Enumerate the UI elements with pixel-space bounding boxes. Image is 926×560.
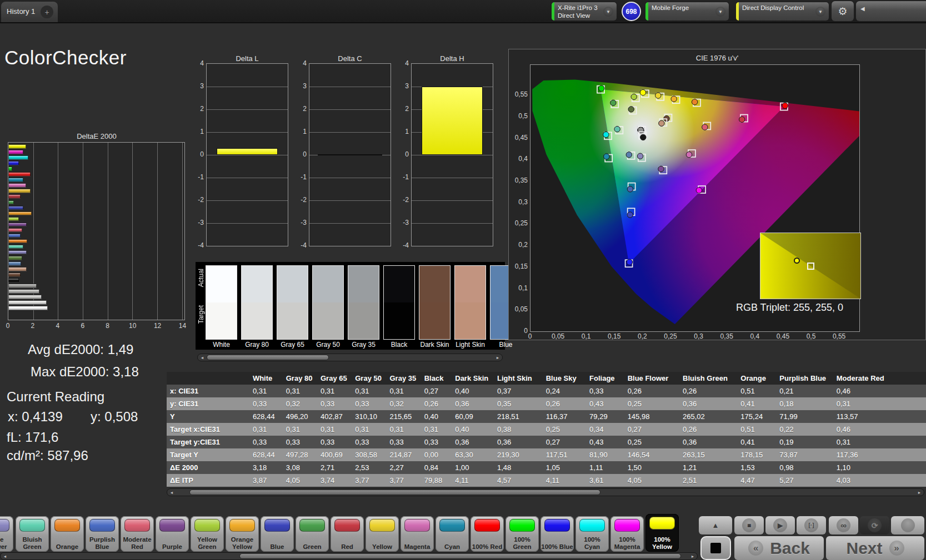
control-dropdown[interactable]: Direct Display Control ▼ xyxy=(736,2,829,21)
scroll-left-icon[interactable]: ◄ xyxy=(198,355,206,360)
table-cell: 146,54 xyxy=(624,448,679,461)
patch-button-orange-yellow[interactable]: Orange Yellow xyxy=(226,516,259,552)
table-cell: 3,87 xyxy=(249,474,283,487)
scroll-right-icon[interactable]: ► xyxy=(494,355,502,360)
gridline xyxy=(207,109,288,110)
table-cell: 0,31 xyxy=(421,423,452,436)
measurement-count-badge[interactable]: 698 xyxy=(622,2,641,21)
table-cell: 145,98 xyxy=(624,410,679,423)
gridline xyxy=(108,143,108,320)
scroll-right-icon[interactable]: ► xyxy=(915,490,923,495)
table-cell: 0,35 xyxy=(494,397,543,410)
source-dropdown[interactable]: Mobile Forge ▼ xyxy=(645,2,729,21)
colorchecker-table: WhiteGray 80Gray 65Gray 50Gray 35BlackDa… xyxy=(167,372,926,487)
stop-measurement-button[interactable] xyxy=(700,536,731,560)
swatch-label: Blue xyxy=(490,341,522,349)
axis-tick-label: -4 xyxy=(294,241,307,249)
table-cell: 3,74 xyxy=(317,474,352,487)
table-cell: 263,15 xyxy=(679,448,737,461)
patch-button-purplish-blue[interactable]: Purplish Blue xyxy=(86,516,119,552)
single-measure-icon: [·] xyxy=(804,518,818,532)
patch-button-purple[interactable]: Purple xyxy=(156,516,189,552)
patch-button-100-blue[interactable]: 100% Blue xyxy=(540,516,574,552)
top-bar: History 1 + X-Rite i1Pro 3Direct View ▼ … xyxy=(0,0,926,23)
column-header: White xyxy=(249,372,283,385)
patch-row-scrollbar-thumb[interactable] xyxy=(239,553,681,559)
column-header: Purplish Blue xyxy=(776,372,833,385)
table-cell: 215,65 xyxy=(386,410,421,423)
patch-button-100-yellow[interactable]: 100% Yellow xyxy=(645,514,679,552)
axis-tick-label: 0,05 xyxy=(509,305,528,313)
scroll-right-icon[interactable]: ► xyxy=(689,553,697,559)
next-button[interactable]: Next » xyxy=(826,536,924,560)
table-scrollbar-thumb[interactable] xyxy=(189,490,600,495)
column-header: Orange xyxy=(737,372,776,385)
app-window: History 1 + X-Rite i1Pro 3Direct View ▼ … xyxy=(0,0,926,560)
tab-history-1[interactable]: History 1 + xyxy=(1,2,58,22)
patch-color-swatch xyxy=(159,519,185,532)
delta-bar xyxy=(217,148,278,155)
patch-button-orange[interactable]: Orange xyxy=(51,516,84,552)
axis-tick-label: 0,25 xyxy=(664,332,677,340)
patch-button-yellow-green[interactable]: Yellow Green xyxy=(191,516,224,552)
next-label: Next xyxy=(846,539,882,558)
axis-tick-label: 0,55 xyxy=(833,332,845,340)
collapse-panel-button[interactable]: ◀ xyxy=(856,1,926,21)
table-cell: 0,26 xyxy=(421,397,452,410)
table-cell: 2,71 xyxy=(317,461,352,474)
patch-button-label: Red xyxy=(341,543,353,551)
patch-button-100-magenta[interactable]: 100% Magenta xyxy=(610,516,644,552)
play-button[interactable]: ▶ xyxy=(765,516,795,534)
patch-button-cyan[interactable]: Cyan xyxy=(436,516,469,552)
table-row: ΔE ITP3,874,053,743,773,7779,884,114,574… xyxy=(167,474,926,487)
table-cell: 628,44 xyxy=(249,448,283,461)
scroll-left-icon[interactable]: ◄ xyxy=(1,553,9,559)
table-cell: 4,03 xyxy=(833,474,926,487)
table-cell: 0,41 xyxy=(737,397,776,410)
swatch-scrollbar[interactable]: ◄ ► xyxy=(197,354,503,361)
patch-button-100-red[interactable]: 100% Red xyxy=(470,516,504,552)
deltae-bar xyxy=(8,161,19,165)
patch-button-blue-flower[interactable]: Blue Flower xyxy=(0,516,13,552)
patch-row-scrollbar[interactable]: ◄ ► xyxy=(0,552,698,560)
patch-button-green[interactable]: Green xyxy=(296,516,329,552)
patch-button-bluish-green[interactable]: Bluish Green xyxy=(16,516,49,552)
patch-button-blue[interactable]: Blue xyxy=(261,516,294,552)
table-scrollbar[interactable]: ◄ ► xyxy=(167,488,924,496)
table-cell: 0,26 xyxy=(543,397,586,410)
add-tab-button[interactable]: + xyxy=(41,6,53,18)
table-cell: 0,32 xyxy=(283,397,317,410)
table-cell: 1,05 xyxy=(543,461,586,474)
record-button[interactable] xyxy=(891,516,924,534)
measured-marker xyxy=(610,100,616,105)
back-button[interactable]: « Back xyxy=(734,536,824,560)
table-cell: 0,24 xyxy=(543,385,586,397)
single-measure-button[interactable]: [·] xyxy=(797,516,826,534)
continuous-measure-button[interactable]: ∞ xyxy=(829,516,858,534)
patch-button-yellow[interactable]: Yellow xyxy=(366,516,399,552)
swatch-white xyxy=(206,265,237,340)
deltae2000-x-axis: 02468101214 xyxy=(8,322,185,330)
refresh-button[interactable]: ⟳ xyxy=(860,516,889,534)
patch-button-100-cyan[interactable]: 100% Cyan xyxy=(575,516,609,552)
patch-button-moderate-red[interactable]: Moderate Red xyxy=(121,516,154,552)
deltae-bar xyxy=(8,228,22,233)
table-row: y: CIE310,330,320,330,330,320,260,360,35… xyxy=(167,397,926,410)
meter-dropdown[interactable]: X-Rite i1Pro 3Direct View ▼ xyxy=(552,2,617,21)
scroll-left-icon[interactable]: ◄ xyxy=(168,490,176,495)
axis-tick-label: 10 xyxy=(129,322,136,330)
table-cell: 0,43 xyxy=(586,436,624,448)
axis-tick-label: 14 xyxy=(179,322,186,330)
patch-button-100-green[interactable]: 100% Green xyxy=(505,516,539,552)
stop-button[interactable]: ■ xyxy=(734,516,764,534)
table-cell: 0,33 xyxy=(249,397,283,410)
patch-button-red[interactable]: Red xyxy=(331,516,364,552)
swatch-scrollbar-thumb[interactable] xyxy=(207,355,329,360)
table-cell: 0,33 xyxy=(249,436,283,448)
patch-button-magenta[interactable]: Magenta xyxy=(401,516,434,552)
settings-button[interactable]: ⚙ xyxy=(832,1,854,21)
scroll-up-button[interactable]: ▲ xyxy=(699,516,732,534)
measured-marker xyxy=(659,120,664,126)
patch-button-label: Blue xyxy=(271,543,284,551)
measured-marker xyxy=(640,134,646,140)
